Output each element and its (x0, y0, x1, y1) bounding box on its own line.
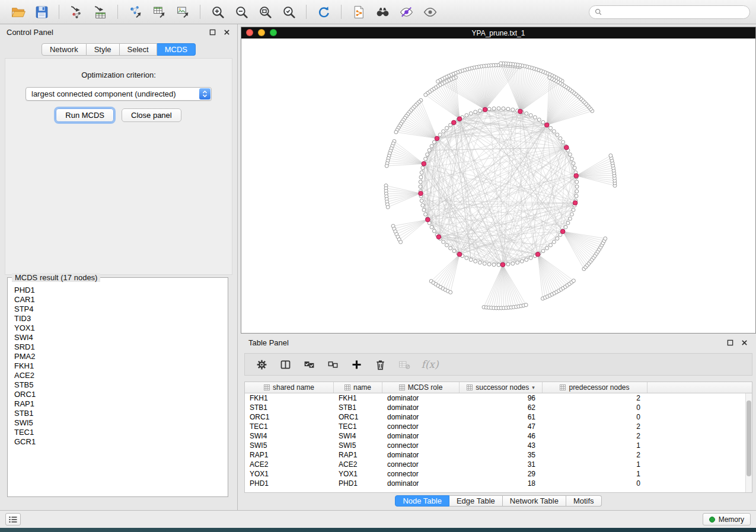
select-all-button[interactable] (299, 355, 318, 374)
table-cell: 18 (460, 479, 543, 488)
show-hide-eye-button[interactable] (419, 2, 441, 21)
scrollbar-thumb[interactable] (747, 400, 751, 476)
delete-table-button[interactable] (394, 355, 413, 374)
mcds-result-item[interactable]: PMA2 (14, 352, 221, 361)
delete-row-button[interactable] (371, 355, 390, 374)
save-session-button[interactable] (31, 2, 52, 21)
table-row[interactable]: ORC1ORC1dominator610 (245, 412, 752, 422)
table-cell: 1 (543, 441, 647, 450)
table-scrollbar[interactable] (745, 393, 752, 492)
memory-status-dot (709, 517, 715, 523)
add-row-icon (350, 358, 363, 371)
table-row[interactable]: YOX1YOX1connector291 (245, 469, 752, 479)
mcds-result-item[interactable]: GCR1 (14, 437, 221, 447)
import-network-button[interactable] (66, 2, 87, 21)
table-row[interactable]: ACE2ACE2connector311 (245, 460, 752, 469)
import-table-button[interactable] (90, 2, 111, 21)
mcds-result-item[interactable]: PHD1 (14, 286, 221, 295)
export-network-button[interactable] (125, 2, 146, 21)
table-row[interactable]: TEC1TEC1connector472 (245, 422, 752, 431)
tab-network[interactable]: Network (42, 43, 87, 56)
search-input[interactable] (605, 8, 744, 16)
share-document-button[interactable] (348, 2, 369, 21)
mcds-result-list[interactable]: PHD1CAR1STP4TID3YOX1SWI4SRD1PMA2FKH1ACE2… (8, 278, 228, 496)
search-icon (595, 8, 602, 15)
float-panel-icon[interactable] (209, 28, 216, 36)
memory-button[interactable]: Memory (703, 513, 751, 525)
table-cell: dominator (382, 393, 460, 403)
mcds-result-item[interactable]: SWI4 (14, 333, 221, 342)
mcds-result-item[interactable]: STB1 (14, 409, 221, 418)
network-view-window: YPA_prune.txt_1 (241, 27, 756, 334)
table-row[interactable]: PHD1PHD1dominator180 (245, 479, 752, 488)
mcds-result-item[interactable]: SWI5 (14, 418, 221, 428)
close-window-icon[interactable] (246, 29, 253, 36)
analysis-eye-button[interactable] (395, 2, 417, 21)
tab-style[interactable]: Style (87, 43, 120, 56)
table-cell: 47 (460, 422, 543, 431)
open-file-button[interactable] (7, 2, 28, 21)
mcds-result-item[interactable]: ORC1 (14, 390, 221, 399)
mcds-result-item[interactable]: TID3 (14, 314, 221, 323)
column-header-name[interactable]: name (334, 382, 382, 393)
table-cell: 62 (460, 403, 543, 412)
network-canvas[interactable] (241, 39, 755, 333)
mcds-result-item[interactable]: RAP1 (14, 399, 221, 409)
refresh-view-button[interactable] (313, 2, 334, 21)
optimization-criterion-select[interactable]: largest connected component (undirected) (25, 87, 212, 101)
mcds-result-item[interactable]: ACE2 (14, 371, 221, 380)
mcds-result-item[interactable]: STP4 (14, 305, 221, 314)
function-builder-button[interactable]: f(x) (420, 355, 439, 374)
column-header-predecessor-nodes[interactable]: predecessor nodes (543, 382, 647, 393)
minimize-window-icon[interactable] (258, 29, 265, 36)
toolbar-separator (200, 5, 200, 19)
optimization-criterion-label: Optimization criterion: (5, 70, 232, 79)
table-row[interactable]: SWI5SWI5connector431 (245, 441, 752, 450)
table-row[interactable]: STB1STB1dominator620 (245, 403, 752, 412)
search-box[interactable] (589, 5, 750, 19)
tab-mcds[interactable]: MCDS (157, 43, 196, 56)
mcds-result-item[interactable]: SRD1 (14, 342, 221, 352)
table-cell: STB1 (245, 403, 334, 412)
add-row-button[interactable] (347, 355, 366, 374)
mcds-result-item[interactable]: TEC1 (14, 428, 221, 437)
column-header-shared-name[interactable]: shared name (245, 382, 334, 393)
zoom-in-button[interactable] (207, 2, 228, 21)
zoom-out-icon (234, 5, 249, 20)
main-toolbar (0, 0, 756, 24)
export-table-button[interactable] (148, 2, 170, 21)
mcds-result-item[interactable]: STB5 (14, 380, 221, 390)
show-columns-button[interactable] (276, 355, 295, 374)
select-none-button[interactable] (323, 355, 342, 374)
table-row[interactable]: RAP1RAP1dominator352 (245, 450, 752, 460)
zoom-selected-button[interactable] (278, 2, 299, 21)
close-panel-button[interactable]: Close panel (122, 108, 181, 122)
tab-motifs[interactable]: Motifs (566, 495, 602, 507)
tab-node-table[interactable]: Node Table (395, 495, 449, 507)
table-cell: ACE2 (334, 460, 382, 469)
mcds-result-item[interactable]: YOX1 (14, 323, 221, 333)
column-header-successor-nodes[interactable]: successor nodes▾ (460, 382, 543, 393)
tab-network-table[interactable]: Network Table (503, 495, 566, 507)
list-menu-icon (9, 516, 17, 523)
tab-select[interactable]: Select (120, 43, 157, 56)
table-row[interactable]: FKH1FKH1dominator962 (245, 393, 752, 403)
tab-edge-table[interactable]: Edge Table (449, 495, 503, 507)
export-image-button[interactable] (172, 2, 193, 21)
network-window-titlebar[interactable]: YPA_prune.txt_1 (241, 27, 755, 39)
maximize-window-icon[interactable] (270, 29, 277, 36)
run-mcds-button[interactable]: Run MCDS (56, 108, 114, 122)
delete-row-icon (374, 358, 387, 371)
close-panel-icon[interactable] (223, 28, 231, 36)
zoom-fit-button[interactable] (254, 2, 276, 21)
settings-gear-button[interactable] (252, 355, 271, 374)
mcds-result-item[interactable]: CAR1 (14, 295, 221, 305)
zoom-out-button[interactable] (231, 2, 252, 21)
close-panel-icon[interactable] (741, 339, 748, 347)
mcds-result-item[interactable]: FKH1 (14, 361, 221, 371)
float-panel-icon[interactable] (726, 339, 734, 347)
column-header-MCDS-role[interactable]: MCDS role (382, 382, 460, 393)
panel-menu-button[interactable] (5, 513, 21, 525)
find-button[interactable] (372, 2, 393, 21)
table-row[interactable]: SWI4SWI4dominator462 (245, 431, 752, 441)
